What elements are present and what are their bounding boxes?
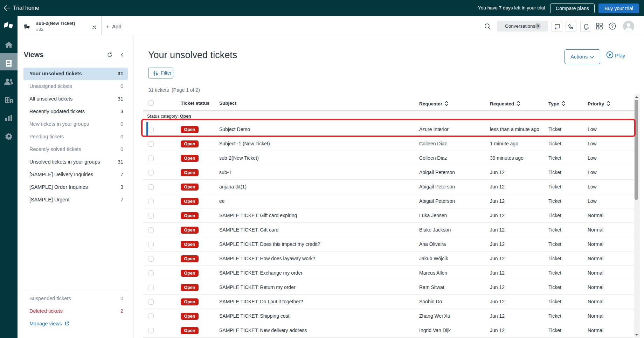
svg-text:?: ? <box>611 24 614 29</box>
